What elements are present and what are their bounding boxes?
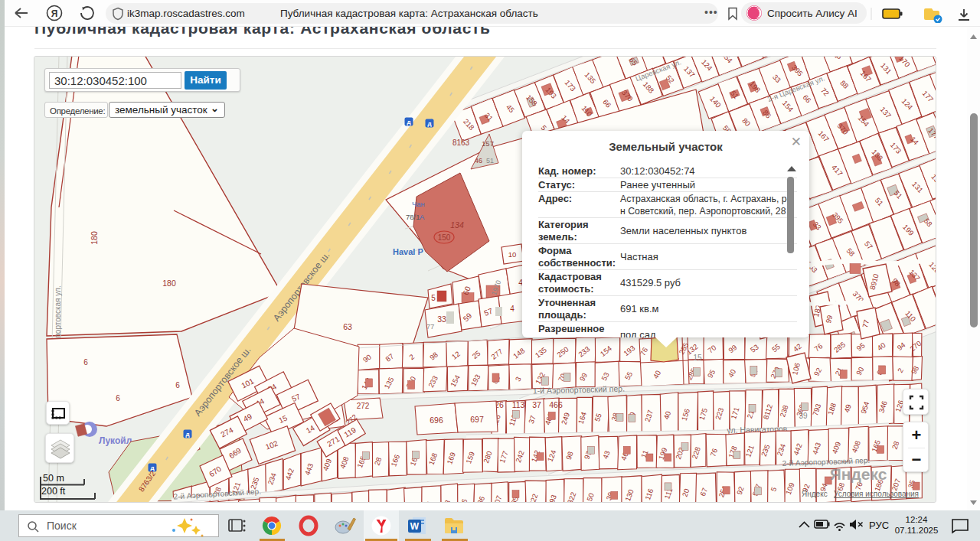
svg-text:Лукойл: Лукойл bbox=[99, 435, 132, 446]
svg-text:37: 37 bbox=[532, 400, 541, 409]
svg-text:РУС: РУС bbox=[869, 520, 889, 531]
svg-text:39: 39 bbox=[799, 412, 808, 420]
svg-text:д: д bbox=[185, 431, 189, 438]
svg-text:51: 51 bbox=[486, 157, 494, 165]
svg-text:д: д bbox=[427, 120, 431, 127]
svg-text:33: 33 bbox=[437, 314, 446, 324]
svg-text:Яндекс: Яндекс bbox=[830, 465, 887, 483]
svg-text:180: 180 bbox=[90, 231, 99, 245]
svg-text:134: 134 bbox=[450, 220, 464, 230]
svg-text:Условия использования: Условия использования bbox=[834, 490, 919, 498]
svg-text:466: 466 bbox=[549, 400, 563, 409]
svg-text:Яндекс: Яндекс bbox=[802, 490, 828, 498]
svg-text:Я: Я bbox=[51, 8, 58, 19]
svg-text:63: 63 bbox=[343, 322, 352, 331]
svg-text:W: W bbox=[410, 521, 420, 532]
svg-text:150: 150 bbox=[438, 233, 451, 242]
svg-text:272: 272 bbox=[357, 402, 370, 410]
svg-text:д: д bbox=[407, 119, 410, 125]
svg-text:Haval P: Haval P bbox=[393, 247, 423, 256]
svg-text:6: 6 bbox=[83, 358, 88, 367]
svg-text:10: 10 bbox=[508, 250, 517, 259]
svg-text:Чан: Чан bbox=[412, 200, 425, 208]
svg-text:4: 4 bbox=[510, 305, 514, 313]
svg-text:5: 5 bbox=[431, 294, 436, 302]
svg-text:6: 6 bbox=[116, 394, 120, 402]
svg-text:6: 6 bbox=[175, 381, 180, 389]
svg-text:А: А bbox=[420, 213, 425, 221]
svg-text:113: 113 bbox=[512, 400, 525, 409]
svg-text:15: 15 bbox=[693, 354, 702, 362]
svg-text:46: 46 bbox=[475, 157, 482, 165]
svg-text:696: 696 bbox=[430, 416, 443, 425]
svg-text:77: 77 bbox=[426, 322, 435, 331]
svg-text:8163: 8163 bbox=[452, 139, 470, 147]
svg-text:157: 157 bbox=[482, 139, 494, 148]
svg-text:180: 180 bbox=[162, 279, 176, 288]
svg-text:78/1: 78/1 bbox=[406, 213, 420, 221]
svg-text:697: 697 bbox=[470, 415, 484, 424]
